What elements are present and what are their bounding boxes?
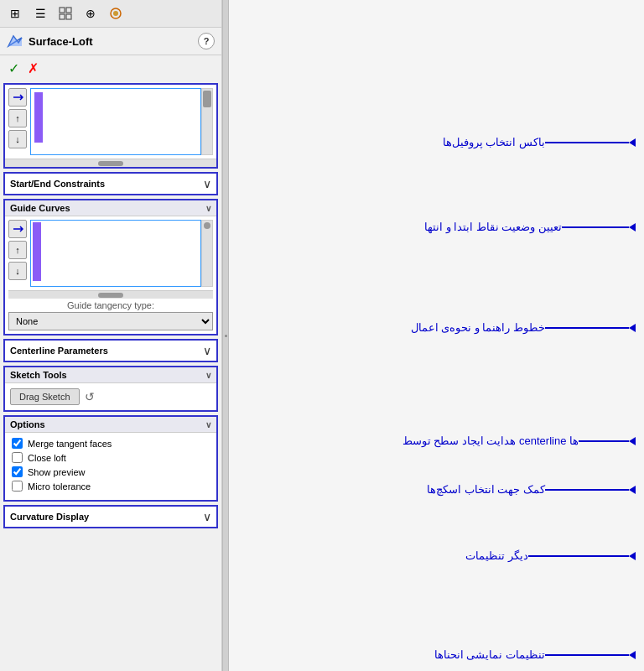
annotation-curvature-line bbox=[545, 654, 629, 656]
curvature-label: Curvature Display bbox=[10, 512, 200, 522]
annotation-options-line bbox=[528, 555, 629, 557]
options-chevron: ∨ bbox=[205, 420, 211, 429]
guide-buttons: ↑ ↓ bbox=[8, 220, 27, 287]
toolbar-grid-btn[interactable]: ⊞ bbox=[3, 3, 27, 24]
centerline-label: Centerline Parameters bbox=[10, 346, 200, 356]
sketch-tools-content: Drag Sketch ↺ bbox=[5, 383, 216, 410]
right-panel: باکس انتخاب پروفیل‌ها تعیین وضعیت نقاط ا… bbox=[229, 0, 644, 671]
options-label: Options bbox=[10, 419, 45, 429]
toolbar-circle-btn[interactable] bbox=[104, 3, 127, 24]
micro-checkbox[interactable] bbox=[12, 481, 23, 492]
sketch-tools-header[interactable]: Sketch Tools ∨ bbox=[5, 367, 216, 383]
guide-h-scroll[interactable] bbox=[8, 290, 213, 299]
centerline-section: Centerline Parameters ∨ bbox=[3, 339, 218, 362]
toolbar: ⊞ ☰ ⊕ bbox=[0, 0, 221, 28]
start-end-section: Start/End Constraints ∨ bbox=[3, 172, 218, 195]
guide-purple-bar bbox=[33, 222, 41, 281]
annotation-constraints-line bbox=[562, 226, 629, 228]
annotation-profiles-arrow bbox=[629, 138, 636, 147]
annotation-profiles-text: باکس انتخاب پروفیل‌ها bbox=[443, 136, 545, 148]
option-micro: Micro tolerance bbox=[12, 481, 210, 492]
curvature-chevron[interactable]: ∨ bbox=[203, 510, 211, 523]
surface-loft-icon bbox=[7, 33, 23, 49]
annotation-centerline-text: هدایت ایجاد سطح توسط centerline ها bbox=[402, 434, 579, 447]
start-end-row: Start/End Constraints ∨ bbox=[5, 174, 216, 194]
toolbar-table-btn[interactable] bbox=[54, 3, 77, 24]
annotation-sketch-line bbox=[545, 489, 629, 491]
profile-down-button[interactable]: ↓ bbox=[8, 130, 27, 148]
guide-curves-header[interactable]: Guide Curves ∨ bbox=[5, 200, 216, 216]
annotation-options-arrow bbox=[629, 552, 636, 560]
guide-up-button[interactable]: ↑ bbox=[8, 241, 27, 259]
profile-up-button[interactable]: ↑ bbox=[8, 109, 27, 127]
start-end-chevron[interactable]: ∨ bbox=[203, 177, 211, 190]
guide-curves-label: Guide Curves bbox=[10, 203, 70, 213]
confirm-button[interactable]: ✓ bbox=[7, 59, 21, 78]
svg-rect-1 bbox=[66, 8, 71, 13]
tangency-select[interactable]: None bbox=[8, 312, 213, 330]
preview-checkbox[interactable] bbox=[12, 466, 23, 477]
annotation-sketch: کمک جهت انتخاب اسکچ‌ها bbox=[427, 483, 636, 496]
guide-curves-section: Guide Curves ∨ ↑ ↓ bbox=[3, 199, 218, 336]
tangency-label: Guide tangency type: bbox=[8, 299, 213, 312]
profile-buttons: ↑ ↓ bbox=[8, 88, 27, 155]
annotation-constraints-text: تعیین وضعیت نقاط ابتدا و انتها bbox=[424, 221, 562, 233]
profile-h-scroll[interactable] bbox=[5, 159, 216, 167]
annotation-sketch-text: کمک جهت انتخاب اسکچ‌ها bbox=[427, 483, 545, 496]
profile-scrollbar[interactable] bbox=[201, 88, 213, 155]
annotation-guide-arrow bbox=[629, 324, 636, 332]
merge-checkbox[interactable] bbox=[12, 438, 23, 449]
annotation-guide: خطوط راهنما و نحوه‌ی اعمال bbox=[411, 321, 636, 334]
curvature-row: Curvature Display ∨ bbox=[5, 507, 216, 527]
options-header[interactable]: Options ∨ bbox=[5, 417, 216, 433]
help-button[interactable]: ? bbox=[198, 33, 215, 49]
annotation-curvature-text: تنظیمات نمایشی انحناها bbox=[434, 648, 545, 661]
guide-down-button[interactable]: ↓ bbox=[8, 262, 27, 280]
centerline-chevron[interactable]: ∨ bbox=[203, 344, 211, 357]
action-bar: ✓ ✗ bbox=[0, 55, 221, 81]
options-content: Merge tangent faces Close loft Show prev… bbox=[5, 433, 216, 500]
guide-list[interactable] bbox=[30, 220, 201, 287]
annotation-centerline-line bbox=[579, 440, 629, 442]
splitter[interactable] bbox=[222, 0, 229, 671]
sketch-tools-section: Sketch Tools ∨ Drag Sketch ↺ bbox=[3, 366, 218, 412]
profile-list[interactable] bbox=[30, 88, 201, 155]
close-checkbox[interactable] bbox=[12, 452, 23, 463]
profile-purple-bar bbox=[34, 92, 43, 143]
annotation-options: دیگر تنظیمات bbox=[465, 549, 636, 562]
toolbar-crosshair-btn[interactable]: ⊕ bbox=[79, 3, 102, 24]
merge-label: Merge tangent faces bbox=[28, 439, 112, 449]
svg-rect-0 bbox=[60, 8, 65, 13]
svg-point-5 bbox=[113, 11, 118, 16]
annotation-constraints-arrow bbox=[629, 223, 636, 231]
annotation-sketch-arrow bbox=[629, 486, 636, 494]
option-preview: Show preview bbox=[12, 466, 210, 477]
reset-icon[interactable]: ↺ bbox=[85, 390, 95, 403]
toolbar-list-btn[interactable]: ☰ bbox=[29, 3, 52, 24]
annotation-centerline: هدایت ایجاد سطح توسط centerline ها bbox=[402, 434, 636, 447]
title-bar: Surface-Loft ? bbox=[0, 28, 221, 55]
options-section: Options ∨ Merge tangent faces Close loft… bbox=[3, 415, 218, 502]
guide-curves-chevron: ∨ bbox=[205, 204, 211, 213]
left-panel: ⊞ ☰ ⊕ Surface-Loft ? bbox=[0, 0, 222, 671]
profile-add-button[interactable] bbox=[8, 88, 27, 107]
annotation-options-text: دیگر تنظیمات bbox=[465, 549, 528, 562]
guide-curves-content: ↑ ↓ Guide tangency type: None bbox=[5, 216, 216, 334]
annotation-constraints: تعیین وضعیت نقاط ابتدا و انتها bbox=[424, 221, 636, 233]
sketch-tools-label: Sketch Tools bbox=[10, 370, 67, 380]
option-close: Close loft bbox=[12, 452, 210, 463]
svg-rect-2 bbox=[60, 14, 65, 19]
annotation-profiles-line bbox=[545, 142, 629, 143]
profile-selection-box: ↑ ↓ bbox=[3, 83, 218, 169]
start-end-label: Start/End Constraints bbox=[10, 179, 200, 189]
guide-scrollbar[interactable] bbox=[201, 220, 213, 287]
guide-add-button[interactable] bbox=[8, 220, 27, 238]
page-title: Surface-Loft bbox=[29, 35, 198, 48]
guide-list-area: ↑ ↓ bbox=[8, 220, 213, 287]
annotation-guide-line bbox=[545, 327, 629, 329]
drag-sketch-button[interactable]: Drag Sketch bbox=[10, 388, 80, 405]
annotation-curvature-arrow bbox=[629, 651, 636, 659]
splitter-dot bbox=[225, 335, 227, 337]
cancel-button[interactable]: ✗ bbox=[26, 59, 40, 78]
close-label: Close loft bbox=[28, 453, 66, 463]
